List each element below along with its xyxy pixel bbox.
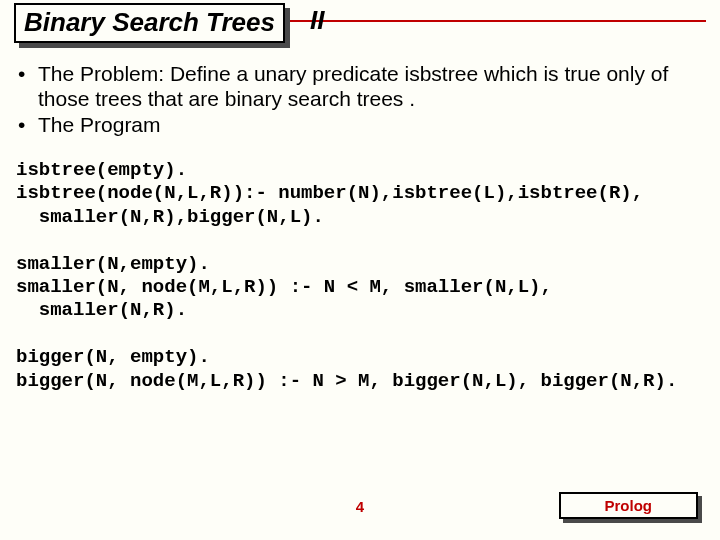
slide-body: • The Problem: Define a unary predicate … [16,62,704,393]
code-segment-bigger: bigger(N, empty). bigger(N, node(M,L,R))… [16,346,704,392]
slide-footer: 4 Prolog [0,492,720,522]
list-item: • The Program [16,113,704,138]
bullet-text: The Program [38,113,704,138]
code-segment-smaller: smaller(N,empty). smaller(N, node(M,L,R)… [16,253,704,323]
slide-title-box: Binary Search Trees [14,3,285,43]
list-item: • The Problem: Define a unary predicate … [16,62,704,112]
footer-label-text: Prolog [559,492,699,519]
page-number: 4 [356,498,364,515]
code-segment-isbtree: isbtree(empty). isbtree(node(N,L,R)):- n… [16,159,704,229]
bullet-list: • The Problem: Define a unary predicate … [16,62,704,137]
slide-title-suffix: II [310,5,324,36]
bullet-text: The Problem: Define a unary predicate is… [38,62,704,112]
bullet-dot-icon: • [16,62,38,112]
footer-label-box: Prolog [559,492,699,519]
slide-title-text: Binary Search Trees [14,3,285,43]
bullet-dot-icon: • [16,113,38,138]
